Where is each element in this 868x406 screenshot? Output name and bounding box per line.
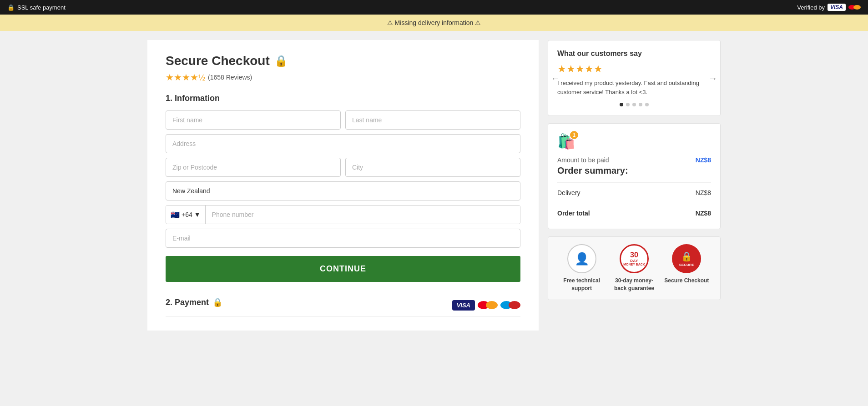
dot-2[interactable] (626, 103, 630, 106)
phone-row: 🇳🇿 +64 ▼ (166, 205, 520, 224)
firstname-input[interactable] (166, 110, 341, 130)
phone-prefix-text: +64 (182, 211, 192, 218)
order-card: 🛍️ 1 Amount to be paid NZ$8 Order summar… (548, 123, 721, 229)
mc-logo-small (848, 5, 861, 10)
ssl-text: SSL safe payment (17, 4, 66, 11)
top-bar: 🔒 SSL safe payment Verified by VISA (0, 0, 868, 15)
email-input[interactable] (166, 229, 520, 248)
amount-value: NZ$8 (696, 156, 711, 164)
zip-city-row (166, 158, 520, 177)
city-input[interactable] (345, 158, 520, 177)
ssl-label: 🔒 SSL safe payment (7, 4, 66, 11)
name-row (166, 110, 520, 130)
delivery-value: NZ$8 (696, 189, 711, 196)
trust-badges: 👤 Free technical support 30 DAY MONEY BA… (548, 236, 721, 300)
review-text: I received my product yesterday. Fast an… (557, 79, 711, 96)
visa-logo-small: VISA (828, 4, 846, 11)
checkout-title-text: Secure Checkout (166, 54, 270, 68)
main-container: Secure Checkout 🔒 ★★★★½ (1658 Reviews) 1… (138, 31, 730, 340)
order-bag-row: 🛍️ 1 (557, 133, 711, 150)
dot-3[interactable] (632, 103, 636, 106)
dot-1[interactable] (620, 103, 623, 106)
reviews-count: (1658 Reviews) (208, 74, 252, 81)
star-rating: ★★★★½ (166, 72, 205, 83)
order-summary-title: Order summary: (557, 165, 711, 176)
customers-say-title: What our customers say (557, 50, 711, 58)
mbb-days-text: 30 (630, 251, 638, 259)
lastname-input[interactable] (345, 110, 520, 130)
maestro-icon (500, 301, 520, 309)
support-icon: 👤 (567, 244, 596, 273)
payment-title: 2. Payment 🔒 (166, 297, 222, 307)
delivery-label: Delivery (557, 189, 580, 196)
total-label: Order total (557, 210, 590, 217)
verified-text: Verified by (797, 4, 825, 11)
email-row (166, 229, 520, 248)
payment-title-row: 2. Payment 🔒 VISA (166, 297, 520, 313)
payment-icons: VISA (452, 300, 520, 311)
support-person-icon: 👤 (575, 252, 589, 266)
phone-input[interactable] (206, 206, 520, 224)
customers-say-card: ← What our customers say ★★★★★ I receive… (548, 40, 721, 116)
country-row (166, 181, 520, 200)
warning-banner: ⚠ Missing delivery information ⚠ (0, 15, 868, 31)
trust-money-back: 30 DAY MONEY BACK 30-day money-back guar… (611, 244, 657, 292)
phone-dropdown-arrow: ▼ (194, 211, 201, 218)
delivery-row: Delivery NZ$8 (557, 186, 711, 199)
carousel-dots (557, 103, 711, 106)
secure-lock-icon: 🔒 (681, 251, 692, 262)
secure-checkout-icon: 🔒 SECURE (672, 244, 701, 273)
total-row: Order total NZ$8 (557, 207, 711, 220)
rating-row: ★★★★½ (1658 Reviews) (166, 72, 520, 83)
ssl-shield-icon: 🔒 (7, 4, 15, 11)
payment-lock-icon: 🔒 (212, 297, 222, 307)
payment-title-text: 2. Payment (166, 298, 209, 307)
amount-label: Amount to be paid (557, 156, 609, 164)
address-input[interactable] (166, 134, 520, 153)
trust-secure: 🔒 SECURE Secure Checkout (664, 244, 709, 285)
bag-icon-wrap: 🛍️ 1 (557, 133, 575, 150)
money-back-label: 30-day money-back guarantee (611, 277, 657, 292)
checkout-title: Secure Checkout 🔒 (166, 54, 520, 68)
review-stars: ★★★★★ (557, 63, 711, 75)
right-panel: ← What our customers say ★★★★★ I receive… (548, 40, 721, 300)
zip-input[interactable] (166, 158, 341, 177)
carousel-next-button[interactable]: → (708, 73, 717, 83)
mbb-guarantee-text: MONEY BACK (623, 263, 645, 266)
support-label: Free technical support (559, 277, 605, 292)
nz-flag-icon: 🇳🇿 (171, 211, 180, 219)
amount-to-pay-row: Amount to be paid NZ$8 (557, 156, 711, 164)
visa-card-icon: VISA (452, 300, 475, 311)
country-input[interactable] (166, 181, 520, 200)
verified-by: Verified by VISA (797, 4, 861, 11)
trust-support: 👤 Free technical support (559, 244, 605, 292)
mastercard-icon (478, 301, 498, 309)
money-back-icon: 30 DAY MONEY BACK (620, 244, 649, 273)
left-panel: Secure Checkout 🔒 ★★★★½ (1658 Reviews) 1… (147, 40, 539, 331)
cart-badge: 1 (570, 131, 578, 139)
section1-title: 1. Information (166, 94, 520, 103)
mbb-day-label: DAY (630, 259, 638, 263)
secure-label: Secure Checkout (664, 277, 709, 285)
secure-text: SECURE (679, 263, 694, 267)
checkout-lock-icon: 🔒 (274, 55, 288, 67)
address-row (166, 134, 520, 153)
dot-4[interactable] (639, 103, 642, 106)
carousel-prev-button[interactable]: ← (551, 73, 560, 83)
phone-prefix-selector[interactable]: 🇳🇿 +64 ▼ (166, 206, 206, 224)
warning-text: ⚠ Missing delivery information ⚠ (387, 19, 481, 26)
continue-button[interactable]: CONTINUE (166, 256, 520, 282)
payment-section: 2. Payment 🔒 VISA (166, 297, 520, 317)
total-value: NZ$8 (696, 210, 711, 217)
dot-5[interactable] (645, 103, 649, 106)
